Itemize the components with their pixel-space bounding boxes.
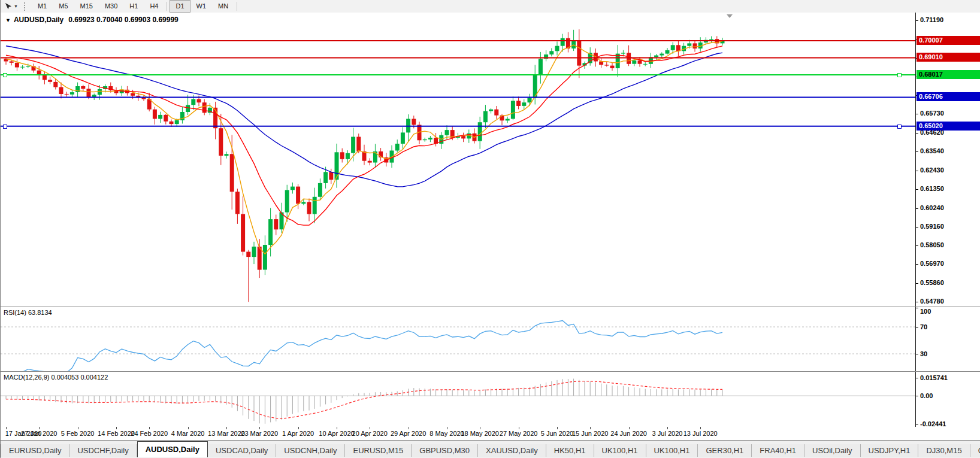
chart-tab-usdcnh-daily[interactable]: USDCNH,Daily (276, 444, 345, 457)
price-axis[interactable]: 0.711900.701100.690000.679200.668400.657… (915, 13, 980, 307)
timeframe-button-m30[interactable]: M30 (99, 0, 123, 13)
price-axis-tick-label: 0.58050 (920, 241, 944, 248)
date-tickmark (700, 427, 701, 429)
price-chart-panel[interactable]: ▼AUDUSD,Daily0.69923 0.70040 0.69903 0.6… (1, 13, 980, 307)
date-tickmark (39, 427, 40, 429)
rsi-panel[interactable]: RSI(14) 63.8134 1007030 (1, 307, 980, 372)
chart-tab-china300-h4[interactable]: CHINA300,H4 (970, 444, 980, 457)
price-axis-tickmark (916, 151, 918, 152)
timeframe-toolbar: ▼ M1M5M15M30H1H4D1W1MN (1, 0, 980, 13)
date-tick-label: 20 Apr 2020 (348, 430, 391, 437)
chart-tab-dj30-m15[interactable]: DJ30,M15 (918, 444, 970, 457)
date-tickmark (557, 427, 558, 429)
date-tickmark (629, 427, 630, 429)
macd-axis-tick-label: 0.00 (920, 392, 933, 399)
timeframe-button-h4[interactable]: H4 (144, 0, 164, 13)
chart-symbol-label: AUDUSD,Daily (14, 16, 63, 24)
chart-tab-usdchf-daily[interactable]: USDCHF,Daily (69, 444, 137, 457)
chart-tab-xauusd-daily[interactable]: XAUUSD,Daily (478, 444, 546, 457)
price-axis-tickmark (916, 227, 918, 228)
chart-tab-uk100-h1[interactable]: UK100,H1 (594, 444, 646, 457)
chart-tab-bar: EURUSD,DailyUSDCHF,DailyAUDUSD,DailyUSDC… (1, 440, 980, 458)
macd-axis-tickmark (916, 378, 918, 378)
line-handle[interactable] (897, 73, 902, 77)
collapse-triangle-icon[interactable]: ▼ (5, 17, 11, 23)
line-handle[interactable] (3, 73, 7, 77)
date-axis[interactable]: 17 Jan 202027 Jan 20205 Feb 202014 Feb 2… (1, 427, 980, 441)
price-axis-tick-label: 0.63540 (920, 147, 944, 154)
chart-tab-audusd-daily[interactable]: AUDUSD,Daily (137, 441, 208, 457)
date-tickmark (480, 427, 480, 429)
chart-title: ▼AUDUSD,Daily0.69923 0.70040 0.69903 0.6… (5, 16, 179, 24)
date-tickmark (667, 427, 668, 429)
chart-tab-ger30-h1[interactable]: GER30,H1 (698, 444, 752, 457)
line-handle[interactable] (3, 125, 7, 129)
date-tick-label: 15 Jun 2020 (568, 430, 612, 437)
price-axis-tickmark (916, 133, 918, 134)
price-line-tag: 0.70007 (917, 36, 980, 45)
chevron-down-icon: ▼ (14, 4, 18, 8)
chart-pointer-icon (4, 2, 12, 10)
timeframe-button-d1[interactable]: D1 (170, 0, 190, 13)
rsi-axis-tick-label: 30 (920, 350, 927, 357)
timeframe-button-m5[interactable]: M5 (53, 0, 74, 13)
chart-tab-eurusd-m15[interactable]: EURUSD,M15 (345, 444, 412, 457)
macd-chart (1, 372, 915, 427)
price-line-tag: 0.65020 (917, 122, 980, 131)
price-axis-tickmark (916, 208, 918, 209)
price-axis-tick-label: 0.61350 (920, 185, 944, 192)
date-tick-label: 27 Jan 2020 (17, 430, 61, 437)
date-tickmark (116, 427, 117, 429)
price-axis-tick-label: 0.54780 (920, 298, 944, 305)
rsi-axis[interactable]: 1007030 (915, 307, 980, 371)
macd-label: MACD(12,26,9) 0.004053 0.004122 (4, 374, 108, 381)
date-tickmark (259, 427, 260, 429)
timeframe-button-m1[interactable]: M1 (32, 0, 53, 13)
date-tick-label: 29 Apr 2020 (387, 430, 430, 437)
chart-tab-fra40-h1[interactable]: FRA40,H1 (752, 444, 804, 457)
chart-tab-usdcad-daily[interactable]: USDCAD,Daily (208, 444, 276, 457)
date-tickmark (519, 427, 519, 429)
date-tick-label: 5 Feb 2020 (56, 430, 99, 437)
date-tickmark (409, 427, 409, 429)
macd-axis-tick-label: -0.02441 (920, 420, 946, 427)
chart-shift-marker-icon[interactable] (727, 14, 733, 18)
price-axis-tickmark (916, 114, 918, 114)
chart-pointer-tool[interactable]: ▼ (1, 1, 22, 13)
macd-panel[interactable]: MACD(12,26,9) 0.004053 0.004122 0.015741… (1, 372, 980, 427)
price-axis-tick-label: 0.55860 (920, 279, 944, 286)
macd-axis-tickmark (916, 424, 918, 424)
price-axis-tickmark (916, 283, 918, 284)
date-tickmark (78, 427, 78, 429)
date-tick-label: 23 Mar 2020 (238, 430, 281, 437)
date-tickmark (447, 427, 447, 429)
toolbar-separator (167, 2, 167, 11)
price-axis-tick-label: 0.56970 (920, 260, 944, 267)
chart-tab-hk50-h1[interactable]: HK50,H1 (546, 444, 594, 457)
price-axis-tickmark (916, 302, 918, 302)
chart-tab-gbpusd-m30[interactable]: GBPUSD,M30 (412, 444, 478, 457)
timeframe-button-w1[interactable]: W1 (190, 0, 213, 13)
date-tick-label: 27 May 2020 (497, 430, 540, 437)
chart-tab-usoil-daily[interactable]: USOil,Daily (804, 444, 860, 457)
candlestick-chart (1, 13, 915, 307)
chart-tab-eurusd-daily[interactable]: EURUSD,Daily (1, 444, 69, 457)
price-axis-tickmark (916, 189, 918, 190)
chart-tab-uk100-h1[interactable]: UK100,H1 (646, 444, 698, 457)
date-tick-label: 24 Jun 2020 (607, 430, 651, 437)
date-tick-label: 13 Jul 2020 (679, 430, 722, 437)
date-tick-label: 1 Apr 2020 (277, 430, 320, 437)
rsi-axis-tick-label: 100 (920, 308, 931, 315)
line-handle[interactable] (897, 125, 902, 129)
macd-axis[interactable]: 0.0157410.00-0.02441 (915, 372, 980, 427)
toolbar-grip[interactable] (24, 2, 27, 11)
timeframe-button-h1[interactable]: H1 (123, 0, 144, 13)
chart-tab-usdjpy-h1[interactable]: USDJPY,H1 (861, 444, 919, 457)
timeframe-button-mn[interactable]: MN (212, 0, 234, 13)
timeframe-button-m15[interactable]: M15 (74, 0, 99, 13)
date-tick-label: 24 Feb 2020 (128, 430, 171, 437)
rsi-label: RSI(14) 63.8134 (4, 309, 52, 316)
date-tickmark (149, 427, 150, 429)
date-tick-label: 18 May 2020 (458, 430, 501, 437)
chart-ohlc-quotes: 0.69923 0.70040 0.69903 0.69999 (68, 16, 179, 24)
